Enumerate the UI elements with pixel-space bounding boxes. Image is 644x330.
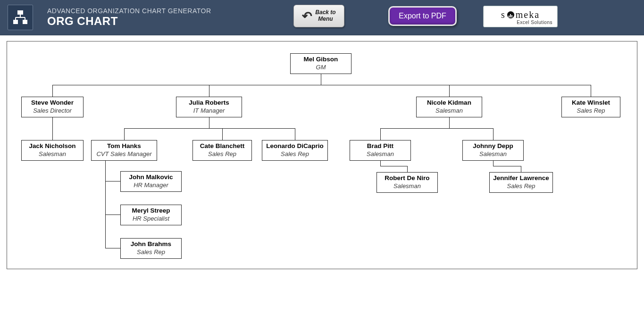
org-node-robert[interactable]: Robert De NiroSalesman (376, 172, 438, 193)
org-node-jack[interactable]: Jack NicholsonSalesman (21, 140, 84, 161)
org-node-johnny[interactable]: Johnny DeppSalesman (462, 140, 524, 161)
node-title: Salesman (379, 182, 435, 190)
app-logo (8, 5, 33, 30)
node-title: Sales Rep (564, 107, 618, 115)
back-arrow-icon: ↶ (302, 10, 312, 22)
brand-badge: s meka Excel Solutions (483, 6, 558, 27)
back-label: Back toMenu (315, 9, 335, 23)
org-node-john_b[interactable]: John BrahmsSales Rep (120, 238, 182, 259)
node-title: Sales Director (24, 107, 81, 115)
node-name: Julia Roberts (178, 99, 240, 107)
node-title: IT Manager (178, 107, 240, 115)
node-title: HR Specialist (123, 215, 179, 223)
org-node-julia[interactable]: Julia RobertsIT Manager (176, 97, 242, 117)
node-title: Sales Rep (123, 248, 179, 256)
brand-chart-icon (507, 11, 514, 18)
org-node-tom[interactable]: Tom HanksCVT Sales Manager (91, 140, 157, 161)
svg-rect-0 (17, 10, 23, 15)
back-to-menu-button[interactable]: ↶ Back toMenu (293, 5, 344, 27)
node-title: Salesman (24, 150, 81, 158)
node-name: John Malkovic (123, 173, 179, 182)
org-node-kate[interactable]: Kate WinsletSales Rep (561, 97, 620, 117)
org-node-john_m[interactable]: John MalkovicHR Manager (120, 171, 182, 192)
org-node-nicole[interactable]: Nicole KidmanSalesman (416, 97, 482, 117)
node-name: Brad Pitt (352, 142, 409, 150)
org-node-leo[interactable]: Leonardo DiCaprioSales Rep (262, 140, 328, 161)
org-node-cate[interactable]: Cate BlanchettSales Rep (192, 140, 252, 161)
brand-name-part: s (501, 9, 506, 20)
node-name: Steve Wonder (24, 99, 81, 107)
node-name: Tom Hanks (93, 142, 155, 150)
node-name: John Brahms (123, 240, 179, 248)
brand-sub: Excel Solutions (517, 20, 557, 25)
org-node-steve[interactable]: Steve WonderSales Director (21, 97, 84, 117)
brand-name-part: meka (516, 9, 540, 20)
node-title: Salesman (465, 150, 521, 158)
node-name: Cate Blanchett (195, 142, 250, 150)
node-title: GM (293, 64, 349, 71)
orgchart-icon (12, 9, 28, 25)
node-name: Meryl Streep (123, 207, 179, 215)
node-title: Sales Rep (264, 150, 326, 158)
app-header: ADVANCED ORGANIZATION CHART GENERATOR OR… (0, 0, 644, 35)
node-title: HR Manager (123, 182, 179, 189)
node-title: Sales Rep (492, 182, 551, 190)
node-name: Nicole Kidman (418, 99, 480, 107)
node-title: Sales Rep (195, 150, 250, 158)
node-name: Mel Gibson (293, 56, 349, 64)
svg-rect-2 (23, 20, 27, 24)
node-name: Johnny Depp (465, 142, 521, 150)
org-node-jennifer[interactable]: Jennifer LawrenceSales Rep (489, 172, 553, 193)
org-node-gm[interactable]: Mel GibsonGM (290, 53, 351, 74)
node-name: Robert De Niro (379, 174, 435, 182)
node-title: CVT Sales Manager (93, 150, 155, 158)
node-name: Leonardo DiCaprio (264, 142, 326, 150)
svg-rect-1 (13, 20, 18, 24)
node-title: Salesman (352, 150, 409, 158)
org-node-meryl[interactable]: Meryl StreepHR Specialist (120, 205, 182, 225)
export-pdf-button[interactable]: Export to PDF (388, 6, 457, 26)
node-name: Jack Nicholson (24, 142, 81, 150)
node-name: Jennifer Lawrence (492, 174, 551, 182)
org-node-brad[interactable]: Brad PittSalesman (350, 140, 411, 161)
org-chart-canvas: Mel GibsonGMSteve WonderSales DirectorJu… (7, 41, 637, 269)
node-name: Kate Winslet (564, 99, 618, 107)
node-title: Salesman (418, 107, 480, 115)
